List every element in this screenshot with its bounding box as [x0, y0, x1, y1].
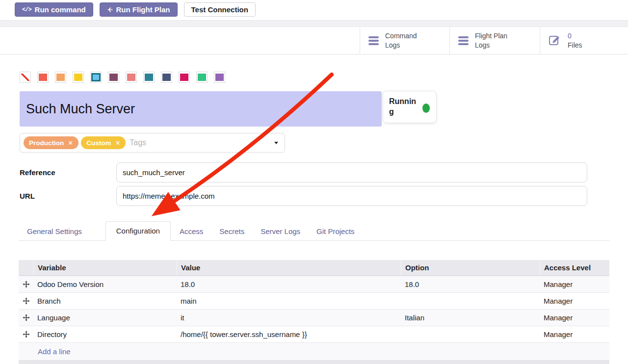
server-name-text: Such Much Server: [26, 102, 135, 117]
color-swatch-10[interactable]: [196, 72, 208, 83]
reference-field-label: Reference: [20, 162, 55, 182]
cell-variable[interactable]: Branch: [33, 297, 177, 305]
url-field-value: https://memes.example.com: [123, 192, 215, 200]
stat-button-flight-plan-logs[interactable]: Flight PlanLogs: [449, 27, 540, 54]
notebook-tabs: General SettingsConfigurationAccessSecre…: [27, 221, 371, 241]
cell-access_level[interactable]: Manager: [540, 313, 609, 322]
hamburger-icon: [368, 36, 379, 45]
status-indicator[interactable]: Running: [383, 91, 437, 123]
color-swatch-2[interactable]: [55, 72, 66, 83]
color-swatch-6[interactable]: [126, 72, 137, 83]
swatch-color: [74, 74, 82, 81]
tab-secrets[interactable]: Secrets: [219, 227, 244, 235]
url-field-label: URL: [20, 186, 35, 206]
drag-handle-icon[interactable]: [23, 281, 30, 288]
tab-server-logs[interactable]: Server Logs: [261, 227, 300, 235]
table-bottom-strip: [19, 361, 609, 364]
run-command-label: Run command: [35, 5, 86, 14]
reference-field-value: such_much_server: [123, 168, 185, 177]
swatch-color: [91, 73, 101, 81]
color-swatch-7[interactable]: [143, 72, 155, 83]
swatch-color: [198, 74, 206, 81]
drag-handle-icon[interactable]: [23, 331, 30, 338]
server-form-page: </> Run command ✈ Run Flight Plan Test C…: [0, 0, 628, 364]
top-toolbar: </> Run command ✈ Run Flight Plan Test C…: [15, 2, 256, 17]
table-row[interactable]: BranchmainManager: [19, 292, 609, 309]
swatch-color: [180, 74, 188, 81]
cell-access_level[interactable]: Manager: [540, 330, 609, 338]
color-swatch-1[interactable]: [37, 72, 49, 83]
color-swatch-8[interactable]: [161, 72, 172, 83]
swatch-color: [145, 74, 153, 81]
column-header-option: Option: [401, 260, 540, 275]
stat-button-label: CommandLogs: [385, 31, 417, 50]
table-row[interactable]: Odoo Demo Version18.018.0Manager: [19, 276, 609, 292]
color-swatch-9[interactable]: [179, 72, 190, 83]
tags-placeholder: Tags: [130, 138, 146, 147]
stat-button-label: Flight PlanLogs: [475, 31, 507, 50]
run-flight-plan-button[interactable]: ✈ Run Flight Plan: [100, 2, 178, 17]
table-header-row: VariableValueOptionAccess Level: [19, 260, 609, 276]
tag-remove-icon[interactable]: ✕: [115, 140, 120, 146]
tab-configuration[interactable]: Configuration: [105, 221, 171, 241]
stat-button-bar: CommandLogsFlight PlanLogs0Files: [0, 27, 628, 54]
variables-table: VariableValueOptionAccess LevelOdoo Demo…: [19, 260, 609, 361]
table-row[interactable]: LanguageitItalianManager: [19, 309, 609, 326]
edit-icon: [549, 33, 561, 48]
cell-value[interactable]: 18.0: [177, 280, 401, 288]
swatch-no-color[interactable]: [20, 72, 31, 83]
code-icon: </>: [22, 6, 31, 13]
drag-handle-icon[interactable]: [23, 297, 30, 305]
run-command-button[interactable]: </> Run command: [15, 2, 93, 17]
cell-option[interactable]: 18.0: [401, 280, 540, 288]
cell-value[interactable]: it: [177, 313, 401, 322]
swatch-color: [127, 74, 135, 81]
url-field[interactable]: https://memes.example.com: [116, 186, 587, 206]
color-swatch-3[interactable]: [73, 72, 84, 83]
tab-general-settings[interactable]: General Settings: [27, 227, 82, 235]
cell-access_level[interactable]: Manager: [540, 297, 609, 305]
drag-handle-icon[interactable]: [23, 314, 30, 321]
tag-label: Production: [29, 139, 64, 147]
color-swatch-11[interactable]: [214, 72, 225, 83]
cell-value[interactable]: main: [177, 297, 401, 305]
test-connection-button[interactable]: Test Connection: [184, 2, 256, 17]
tag-label: Custom: [86, 139, 111, 147]
swatch-color: [215, 74, 224, 81]
table-row[interactable]: Directory/home/{{ tower.server.ssh_usern…: [19, 326, 609, 342]
cell-variable[interactable]: Directory: [33, 330, 177, 338]
column-header-access-level: Access Level: [540, 260, 609, 275]
tag-remove-icon[interactable]: ✕: [68, 140, 73, 146]
add-line-row: Add a line: [19, 342, 609, 361]
color-swatch-row: [20, 72, 225, 83]
stat-button-label: 0Files: [568, 31, 582, 50]
table-header-handle-cell: [19, 260, 33, 275]
reference-field[interactable]: such_much_server: [116, 162, 587, 182]
status-label: Running: [389, 96, 417, 117]
tab-git-projects[interactable]: Git Projects: [316, 227, 355, 235]
tags-input[interactable]: Production✕Custom✕ Tags: [20, 133, 285, 153]
server-name-input[interactable]: Such Much Server: [20, 91, 382, 127]
run-flight-plan-label: Run Flight Plan: [116, 5, 170, 14]
hamburger-icon: [458, 36, 469, 45]
page-divider-band: [0, 20, 628, 27]
dropdown-caret-icon[interactable]: [274, 142, 278, 144]
color-swatch-4[interactable]: [90, 72, 102, 83]
column-header-variable: Variable: [33, 260, 177, 275]
status-dot-green: [422, 104, 430, 113]
cell-value[interactable]: /home/{{ tower.server.ssh_username }}: [177, 330, 401, 338]
cell-variable[interactable]: Language: [33, 313, 177, 322]
swatch-color: [21, 74, 29, 81]
tab-access[interactable]: Access: [180, 227, 203, 235]
cell-variable[interactable]: Odoo Demo Version: [33, 280, 177, 288]
swatch-color: [56, 74, 65, 81]
stat-button-command-logs[interactable]: CommandLogs: [360, 27, 449, 54]
color-swatch-5[interactable]: [108, 72, 119, 83]
stat-button-value: 0: [568, 31, 582, 40]
test-connection-label: Test Connection: [191, 5, 248, 14]
add-a-line-link[interactable]: Add a line: [38, 347, 71, 356]
cell-access_level[interactable]: Manager: [540, 280, 609, 288]
column-header-value: Value: [177, 260, 401, 275]
cell-option[interactable]: Italian: [401, 313, 540, 322]
stat-button-files[interactable]: 0Files: [540, 27, 628, 54]
